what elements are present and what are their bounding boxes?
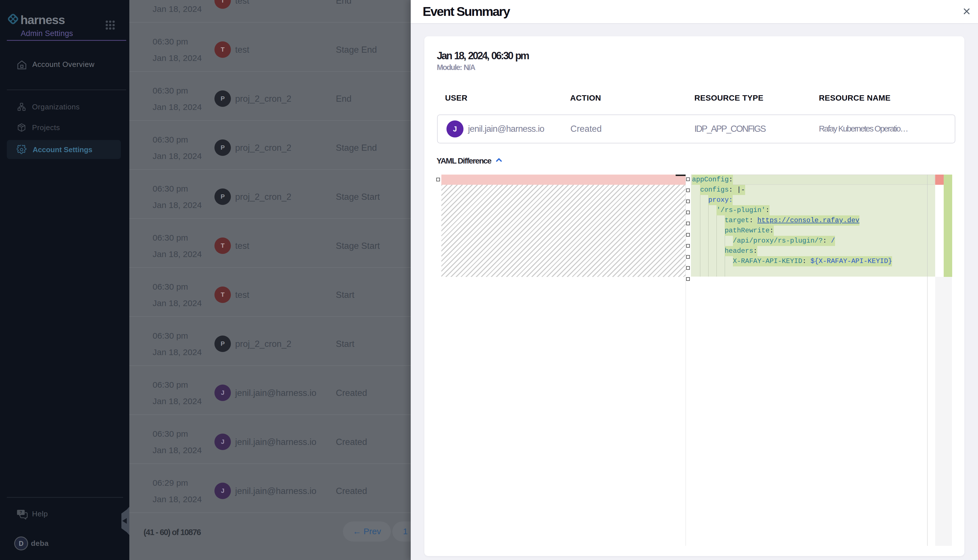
svg-text:?: ? [20, 510, 22, 515]
